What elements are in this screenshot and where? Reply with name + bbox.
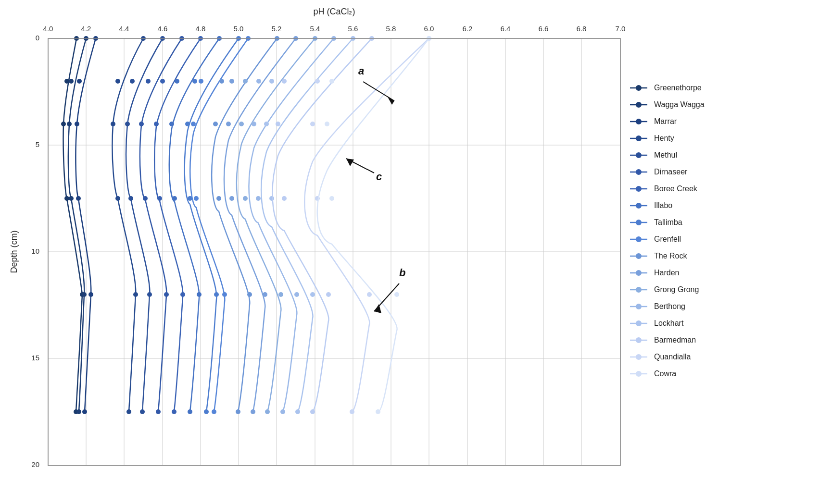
- svg-text:5.0: 5.0: [234, 25, 244, 33]
- svg-point-58: [75, 122, 79, 126]
- svg-point-60: [88, 292, 93, 297]
- svg-point-47: [64, 196, 69, 201]
- svg-point-123: [256, 79, 261, 84]
- svg-text:Methul: Methul: [654, 151, 677, 159]
- svg-point-119: [243, 196, 248, 201]
- svg-point-53: [69, 196, 74, 201]
- svg-point-64: [111, 122, 115, 126]
- svg-text:6.0: 6.0: [424, 25, 434, 33]
- svg-text:a: a: [358, 65, 364, 77]
- svg-point-133: [295, 409, 300, 414]
- svg-point-126: [294, 292, 299, 297]
- svg-text:0: 0: [36, 34, 39, 42]
- svg-point-72: [147, 292, 152, 297]
- svg-point-107: [216, 196, 221, 201]
- svg-text:Lockhart: Lockhart: [654, 319, 684, 327]
- svg-point-61: [82, 409, 87, 414]
- svg-point-99: [199, 79, 203, 84]
- svg-text:6.2: 6.2: [463, 25, 473, 33]
- svg-text:Harden: Harden: [654, 269, 679, 277]
- svg-point-150: [394, 292, 399, 297]
- svg-point-115: [251, 409, 255, 414]
- svg-text:Quandialla: Quandialla: [654, 353, 691, 361]
- svg-point-125: [256, 196, 261, 201]
- svg-point-151: [376, 409, 380, 414]
- svg-text:Marrar: Marrar: [654, 117, 677, 125]
- svg-point-90: [197, 292, 202, 297]
- svg-point-148: [325, 122, 329, 126]
- svg-text:5.4: 5.4: [310, 25, 320, 33]
- svg-point-59: [76, 196, 81, 201]
- svg-point-54: [82, 292, 87, 297]
- svg-point-89: [172, 196, 177, 201]
- svg-point-65: [115, 196, 120, 201]
- svg-text:Barmedman: Barmedman: [654, 336, 696, 344]
- svg-text:15: 15: [31, 354, 39, 362]
- svg-text:4.2: 4.2: [81, 25, 91, 33]
- svg-point-55: [76, 409, 81, 414]
- svg-point-67: [126, 409, 131, 414]
- svg-point-135: [282, 79, 287, 84]
- svg-point-78: [164, 292, 169, 297]
- svg-text:The Rock: The Rock: [654, 252, 687, 260]
- svg-text:Cowra: Cowra: [654, 369, 676, 378]
- svg-point-97: [204, 409, 209, 414]
- svg-point-79: [156, 409, 161, 414]
- svg-point-120: [278, 292, 283, 297]
- svg-text:10: 10: [31, 247, 39, 255]
- svg-point-102: [222, 292, 227, 297]
- svg-point-129: [269, 79, 274, 84]
- svg-point-71: [128, 196, 133, 201]
- svg-point-105: [219, 79, 224, 84]
- svg-point-109: [236, 409, 240, 414]
- svg-point-88: [169, 122, 174, 126]
- svg-point-76: [139, 122, 144, 126]
- svg-point-82: [154, 122, 159, 126]
- svg-point-118: [239, 122, 244, 126]
- x-axis-title: pH (CaCl₂): [313, 7, 355, 16]
- svg-point-101: [194, 196, 199, 201]
- svg-point-117: [243, 79, 248, 84]
- svg-point-70: [125, 122, 130, 126]
- svg-point-130: [264, 122, 269, 126]
- svg-text:Berthong: Berthong: [654, 302, 685, 310]
- svg-text:Dirnaseer: Dirnaseer: [654, 168, 688, 176]
- svg-point-149: [329, 196, 334, 201]
- svg-text:5: 5: [36, 140, 39, 148]
- chart-container: 4.0 4.2 4.4 4.6 4.8 5.0 5.2 5.4 5.6 5.8 …: [0, 0, 832, 504]
- svg-point-106: [213, 122, 218, 126]
- svg-point-113: [229, 196, 234, 201]
- svg-text:Wagga Wagga: Wagga Wagga: [654, 100, 705, 109]
- svg-text:Illabo: Illabo: [654, 201, 672, 209]
- svg-point-73: [140, 409, 145, 414]
- svg-point-132: [310, 292, 315, 297]
- svg-point-112: [226, 122, 231, 126]
- svg-text:5.6: 5.6: [348, 25, 358, 33]
- svg-text:Henty: Henty: [654, 134, 674, 142]
- y-axis-title: Depth (cm): [9, 230, 19, 273]
- svg-point-142: [310, 122, 315, 126]
- svg-text:5.8: 5.8: [386, 25, 396, 33]
- svg-point-66: [133, 292, 138, 297]
- svg-text:7.0: 7.0: [616, 25, 626, 33]
- svg-point-94: [185, 122, 190, 126]
- svg-point-45: [64, 79, 69, 84]
- svg-point-147: [329, 79, 334, 84]
- svg-point-57: [77, 79, 82, 84]
- svg-point-81: [160, 79, 165, 84]
- svg-point-121: [265, 409, 270, 414]
- svg-text:6.6: 6.6: [539, 25, 549, 33]
- svg-text:6.4: 6.4: [501, 25, 511, 33]
- svg-text:4.8: 4.8: [196, 25, 206, 33]
- svg-text:4.6: 4.6: [158, 25, 168, 33]
- svg-point-139: [310, 409, 315, 414]
- svg-point-127: [280, 409, 285, 414]
- svg-text:5.2: 5.2: [272, 25, 282, 33]
- svg-text:4.4: 4.4: [119, 25, 129, 33]
- svg-text:Tallimba: Tallimba: [654, 218, 682, 226]
- svg-point-63: [115, 79, 120, 84]
- svg-text:20: 20: [31, 460, 39, 468]
- svg-point-144: [367, 292, 372, 297]
- svg-point-87: [175, 79, 179, 84]
- svg-point-108: [247, 292, 252, 297]
